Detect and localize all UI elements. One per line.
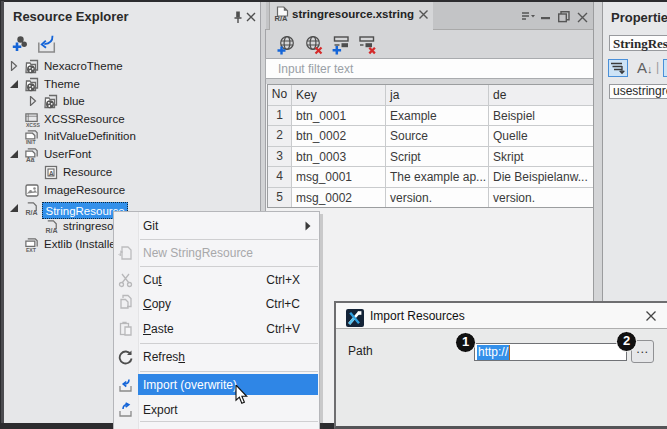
svg-text:R/A: R/A — [45, 227, 57, 234]
svg-text:A: A — [49, 170, 54, 177]
svg-text:Aa: Aa — [26, 156, 35, 163]
svg-text:INIT: INIT — [26, 139, 37, 145]
svg-text:R/A: R/A — [25, 209, 37, 216]
svg-text:EXT: EXT — [26, 247, 37, 253]
svg-text:XCSS: XCSS — [26, 122, 40, 128]
svg-text:R/A: R/A — [275, 14, 289, 22]
